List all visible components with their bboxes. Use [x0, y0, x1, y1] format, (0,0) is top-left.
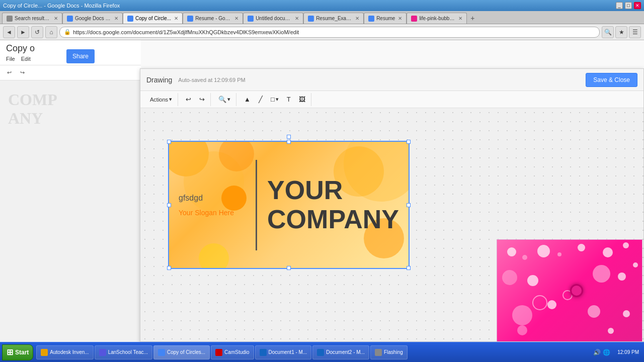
- save-close-button[interactable]: Save & Close: [586, 73, 637, 87]
- drawing-title: Drawing: [146, 76, 172, 84]
- actions-label: Actions: [150, 97, 168, 103]
- actions-button[interactable]: Actions ▾: [146, 93, 176, 106]
- zoom-button[interactable]: 🔍▾: [215, 93, 234, 106]
- close-button[interactable]: ✕: [634, 2, 641, 9]
- selection-handle-top[interactable]: [287, 135, 291, 139]
- tab-close-icon[interactable]: ✕: [234, 16, 238, 21]
- taskbar-icon: [260, 349, 267, 356]
- select-tool[interactable]: ▲: [240, 93, 254, 106]
- maximize-button[interactable]: □: [625, 2, 632, 9]
- image-tool[interactable]: 🖼: [295, 93, 309, 106]
- tab-close-icon[interactable]: ✕: [54, 16, 58, 21]
- sparkle-6: [603, 247, 613, 257]
- tab-untitled[interactable]: Untitled docume... ✕: [243, 13, 303, 24]
- menu-button[interactable]: ☰: [629, 26, 641, 38]
- undo-redo-group: ↩ ↪: [180, 93, 211, 106]
- business-card: gfsdgd Your Slogan Here YOUR COMPANY: [168, 141, 410, 269]
- tab-google-docs-te[interactable]: Google Docs Te... ✕: [62, 13, 123, 24]
- tray-icon-sound[interactable]: 🔊: [593, 349, 601, 356]
- doc-toolbar: ↩ ↪: [0, 65, 141, 80]
- sparkle-5: [578, 244, 585, 251]
- tab-label: Copy of Circle...: [135, 16, 171, 21]
- tab-favicon: [67, 16, 73, 22]
- new-tab-button[interactable]: +: [467, 13, 478, 24]
- taskbar-item-label: Document2 - M...: [326, 349, 365, 355]
- card-content: gfsdgd Your Slogan Here YOUR COMPANY: [169, 141, 409, 268]
- taskbar-item-label: CamStudio: [224, 349, 249, 355]
- drawing-toolbar: Actions ▾ ↩ ↪ 🔍▾ ▲ ╱ □▾: [140, 91, 643, 108]
- sparkle-13: [512, 305, 532, 325]
- doc-menu-file[interactable]: File: [6, 56, 15, 62]
- doc-redo-button[interactable]: ↪: [17, 68, 27, 78]
- tab-favicon: [248, 16, 254, 22]
- taskbar-item-label: Flashing: [384, 349, 403, 355]
- start-button[interactable]: ⊞ Start: [2, 344, 33, 360]
- tab-label: Google Docs Te...: [75, 16, 111, 21]
- forward-button[interactable]: ►: [17, 26, 29, 38]
- taskbar-item-flashing[interactable]: Flashing: [370, 345, 408, 359]
- tab-label: Untitled docume...: [256, 16, 292, 21]
- minimize-button[interactable]: _: [616, 2, 623, 9]
- taskbar-item-copy-circles[interactable]: Copy of Circles...: [153, 345, 210, 359]
- tab-close-icon[interactable]: ✕: [174, 16, 178, 21]
- tray-icon-network[interactable]: 🌐: [603, 349, 610, 356]
- title-bar-text: Copy of Circle... - Google Docs - Mozill…: [3, 3, 613, 9]
- card-left-section: gfsdgd Your Slogan Here: [169, 184, 256, 227]
- address-bar[interactable]: 🔒 https://docs.google.com/document/d/1Z5…: [59, 27, 600, 38]
- tab-favicon: [127, 16, 133, 22]
- card-right-section: YOUR COMPANY: [257, 166, 409, 243]
- actions-group: Actions ▾: [144, 93, 178, 106]
- undo-button[interactable]: ↩: [182, 93, 195, 106]
- tab-close-icon[interactable]: ✕: [398, 16, 402, 21]
- back-button[interactable]: ◄: [3, 26, 15, 38]
- nav-bar: ◄ ► ↺ ⌂ 🔒 https://docs.google.com/docume…: [0, 24, 644, 40]
- shape-icon: □: [271, 96, 275, 103]
- windows-icon: ⊞: [7, 347, 13, 357]
- title-bar: Copy of Circle... - Google Docs - Mozill…: [0, 0, 644, 11]
- tab-close-icon[interactable]: ✕: [355, 16, 359, 21]
- taskbar-item-doc1[interactable]: Document1 - M...: [255, 345, 312, 359]
- tab-copy-of-circle[interactable]: Copy of Circle... ✕: [123, 13, 183, 24]
- tab-resume[interactable]: Resume ✕: [364, 13, 407, 24]
- taskbar-icon: [41, 349, 48, 356]
- search-button[interactable]: 🔍: [602, 26, 614, 38]
- tab-resume-google[interactable]: Resume - Google... ✕: [183, 13, 243, 24]
- cursor-dot: [570, 284, 583, 297]
- redo-button[interactable]: ↪: [196, 93, 208, 106]
- tab-favicon: [187, 16, 193, 22]
- sparkle-1: [507, 247, 516, 256]
- taskbar-item-camstudio[interactable]: CamStudio: [211, 345, 254, 359]
- tab-pink-bubbles[interactable]: life-pink-bubbles-... ✕: [407, 13, 467, 24]
- taskbar-icon: [215, 349, 222, 356]
- share-button[interactable]: Share: [66, 49, 95, 63]
- line-tool[interactable]: ╱: [255, 93, 266, 106]
- browser-content: Copy o File Edit ↩ ↪ COMPANY Share: [0, 40, 644, 342]
- sparkle-9: [527, 275, 538, 286]
- tab-close-icon[interactable]: ✕: [458, 16, 462, 21]
- tab-resume-example[interactable]: Resume_Example... ✕: [303, 13, 364, 24]
- tab-close-icon[interactable]: ✕: [295, 16, 299, 21]
- drawing-canvas[interactable]: gfsdgd Your Slogan Here YOUR COMPANY: [140, 108, 643, 341]
- home-button[interactable]: ⌂: [45, 26, 57, 38]
- taskbar-tray: 🔊 🌐: [590, 349, 613, 356]
- sparkle-2: [522, 255, 527, 260]
- taskbar-item-lanschool[interactable]: LanSchool Teac...: [95, 345, 152, 359]
- shape-tool[interactable]: □▾: [267, 93, 282, 106]
- cursor-icon: ▲: [244, 96, 251, 103]
- tab-label: Resume - Google...: [195, 16, 231, 21]
- share-label: Share: [72, 53, 89, 60]
- taskbar-item-doc2[interactable]: Document2 - M...: [312, 345, 369, 359]
- taskbar-icon: [317, 349, 324, 356]
- refresh-button[interactable]: ↺: [31, 26, 43, 38]
- doc-undo-button[interactable]: ↩: [4, 68, 14, 78]
- sparkle-7: [623, 242, 629, 248]
- doc-menu-edit[interactable]: Edit: [21, 56, 31, 62]
- text-tool[interactable]: T: [283, 93, 294, 106]
- taskbar-item-autodesk[interactable]: Autodesk Inven...: [36, 345, 93, 359]
- tab-search-results[interactable]: Search results - G... ✕: [2, 13, 62, 24]
- bookmark-button[interactable]: ★: [615, 26, 627, 38]
- tab-close-icon[interactable]: ✕: [114, 16, 118, 21]
- sparkle-12: [633, 262, 638, 267]
- taskbar-item-label: LanSchool Teac...: [108, 349, 148, 355]
- doc-background: Copy o File Edit ↩ ↪ COMPANY: [0, 40, 141, 342]
